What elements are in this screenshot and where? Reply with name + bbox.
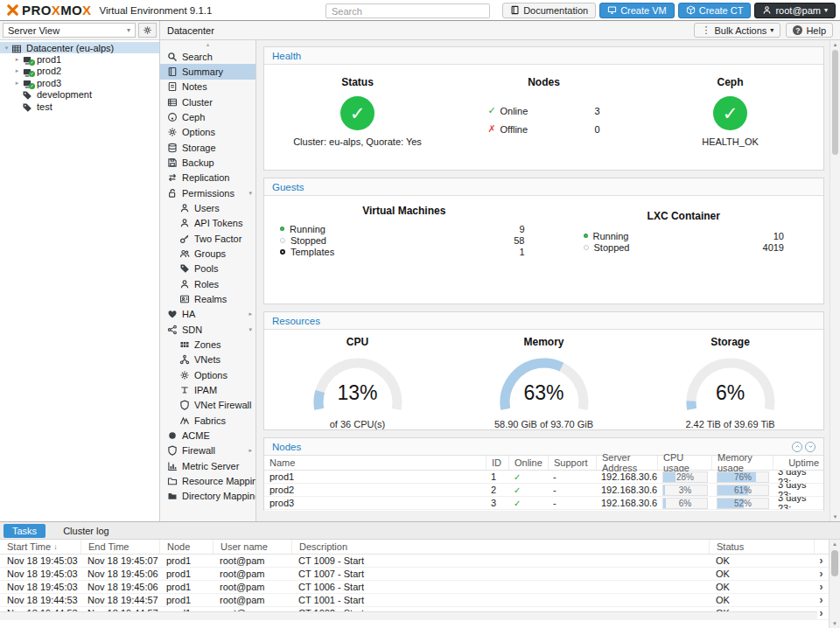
tag-icon — [179, 263, 190, 274]
view-selector[interactable]: Server View ▾ — [3, 23, 136, 38]
repl-icon — [167, 172, 178, 183]
task-status: OK — [709, 581, 814, 593]
column-header[interactable]: Memory usage — [711, 456, 773, 470]
tree-item[interactable]: test — [0, 101, 159, 112]
column-header[interactable]: Server Address — [596, 456, 657, 470]
nav-item[interactable]: Roles — [160, 276, 256, 291]
nav-item[interactable]: VNet Firewall — [160, 398, 256, 413]
column-header[interactable]: User name — [213, 540, 291, 554]
nav-item[interactable]: ACME — [160, 428, 256, 443]
global-search-input[interactable] — [326, 3, 490, 18]
tab[interactable]: Cluster log — [54, 524, 118, 538]
task-start-time: Nov 18 19:44:53 — [0, 594, 80, 606]
column-header[interactable]: End Time — [80, 540, 159, 554]
nav-item[interactable]: Resource Mappings — [160, 473, 256, 488]
bulk-actions-button[interactable]: ⋮ Bulk Actions ▾ — [694, 23, 780, 38]
tasks-scrollbar[interactable]: ▲ ▼ — [829, 540, 840, 628]
content-scrollbar[interactable]: ▲ ▼ — [830, 40, 840, 521]
nav-item[interactable]: Notes — [160, 80, 256, 94]
nav-item[interactable]: Permissions ▾ — [160, 185, 256, 200]
nav-item[interactable]: Cluster — [160, 94, 256, 109]
scroll-down-icon[interactable]: ▼ — [830, 619, 840, 628]
scroll-up-icon[interactable]: ▲ — [830, 540, 840, 548]
nav-item[interactable]: Ceph — [160, 109, 256, 124]
tree-item[interactable]: ▸ ✓ prod2 — [0, 66, 159, 77]
nav-item[interactable]: Fabrics — [160, 413, 256, 428]
column-header[interactable]: CPU usage — [657, 456, 711, 470]
scroll-down-icon[interactable]: ▼ — [830, 513, 840, 521]
nav-item[interactable]: Summary — [160, 64, 256, 79]
collapse-up-button[interactable] — [792, 442, 802, 452]
chevron-right-icon[interactable]: › — [820, 568, 823, 580]
chevron-right-icon[interactable]: › — [820, 607, 823, 619]
nav-item[interactable]: Metric Server — [160, 458, 256, 473]
node-row[interactable]: prod1 1 ✓ - 192.168.30.64 28% 76% — [264, 471, 823, 484]
column-header[interactable]: Online — [508, 456, 548, 470]
column-header[interactable]: Description — [291, 540, 709, 554]
nav-item[interactable]: Groups — [160, 246, 256, 261]
column-header[interactable]: Node — [159, 540, 213, 554]
task-user: root@pam — [213, 594, 291, 606]
nav-item[interactable]: SDN ▾ — [160, 322, 256, 337]
nav-item[interactable]: Directory Mappings — [160, 489, 256, 504]
nav-item[interactable]: Storage — [160, 140, 256, 155]
tree-item[interactable]: ▸ ✓ prod3 — [0, 77, 159, 88]
nav-item[interactable]: Two Factor — [160, 231, 256, 246]
scrollbar-thumb[interactable] — [832, 50, 838, 155]
create-vm-button[interactable]: Create VM — [599, 3, 675, 18]
nav-item[interactable]: Pools — [160, 262, 256, 276]
column-header[interactable]: Start Time↓ — [0, 540, 80, 554]
collapse-down-button[interactable] — [805, 442, 816, 452]
tree-settings-button[interactable] — [138, 23, 157, 38]
chevron-right-icon[interactable]: › — [820, 581, 823, 593]
task-row[interactable]: Nov 18 19:44:53 Nov 18 19:44:57 prod1 ro… — [0, 594, 829, 607]
nav-item[interactable]: API Tokens — [160, 216, 256, 231]
nav-item[interactable]: VNets — [160, 352, 256, 367]
nav-item-label: Resource Mappings — [182, 476, 256, 486]
node-row[interactable]: prod2 2 ✓ - 192.168.30.65 3% 61% — [264, 484, 823, 497]
expander-icon[interactable]: ▾ — [2, 45, 11, 52]
documentation-button[interactable]: Documentation — [502, 3, 596, 18]
nav-item[interactable]: Realms — [160, 291, 256, 306]
nav-item[interactable]: Options — [160, 125, 256, 140]
nav-item-label: ACME — [182, 430, 210, 441]
tab[interactable]: Tasks — [4, 524, 46, 538]
nav-item[interactable]: Zones — [160, 337, 256, 352]
scroll-up-icon[interactable]: ▲ — [830, 40, 840, 49]
scroll-up-hint-icon[interactable]: ▴ — [160, 40, 256, 49]
task-row[interactable]: Nov 18 19:45:03 Nov 18 19:45:06 prod1 ro… — [0, 568, 829, 581]
nav-item[interactable]: Search — [160, 49, 256, 64]
nav-item[interactable]: Options — [160, 367, 256, 382]
guest-status-label: Stopped — [290, 235, 326, 246]
nav-item[interactable]: IPAM — [160, 382, 256, 397]
nav-item[interactable]: Users — [160, 200, 256, 215]
column-header[interactable]: Status — [709, 540, 814, 554]
task-row[interactable]: Nov 18 19:45:03 Nov 18 19:45:06 prod1 ro… — [0, 581, 829, 594]
column-header[interactable]: ID — [486, 456, 508, 470]
nav-item[interactable]: Backup — [160, 155, 256, 170]
nav-item[interactable]: HA ▸ — [160, 307, 256, 322]
chevron-right-icon[interactable]: › — [820, 594, 823, 606]
ceph-heading: Ceph — [718, 76, 744, 88]
column-header[interactable]: Name — [264, 456, 486, 470]
column-header[interactable]: Support — [548, 456, 596, 470]
scrollbar-thumb[interactable] — [831, 550, 838, 576]
task-row[interactable]: Nov 18 19:45:03 Nov 18 19:45:07 prod1 ro… — [0, 555, 829, 568]
expander-icon[interactable]: ▸ — [12, 67, 22, 74]
question-icon: ? — [793, 25, 802, 35]
tree-item[interactable]: development — [0, 89, 159, 101]
tree-item[interactable]: ▾ Datacenter (eu-alps) — [0, 42, 159, 53]
column-header[interactable]: Uptime — [773, 456, 823, 470]
tree-item[interactable]: ▸ ✓ prod1 — [0, 53, 159, 65]
node-row[interactable]: prod3 3 ✓ - 192.168.30.66 6% 52% — [264, 497, 823, 510]
chevron-right-icon[interactable]: › — [820, 555, 823, 567]
help-button[interactable]: ? Help — [786, 23, 833, 38]
expander-icon[interactable]: ▸ — [12, 80, 22, 87]
nav-item[interactable]: Firewall ▸ — [160, 443, 256, 458]
memory-usage-bar: 52% — [717, 498, 769, 509]
expander-icon[interactable]: ▸ — [12, 56, 22, 63]
nav-item[interactable]: Replication — [160, 171, 256, 185]
create-ct-button[interactable]: Create CT — [678, 3, 752, 18]
user-menu-button[interactable]: root@pam ▾ — [754, 3, 836, 18]
sdn-icon — [167, 324, 178, 335]
